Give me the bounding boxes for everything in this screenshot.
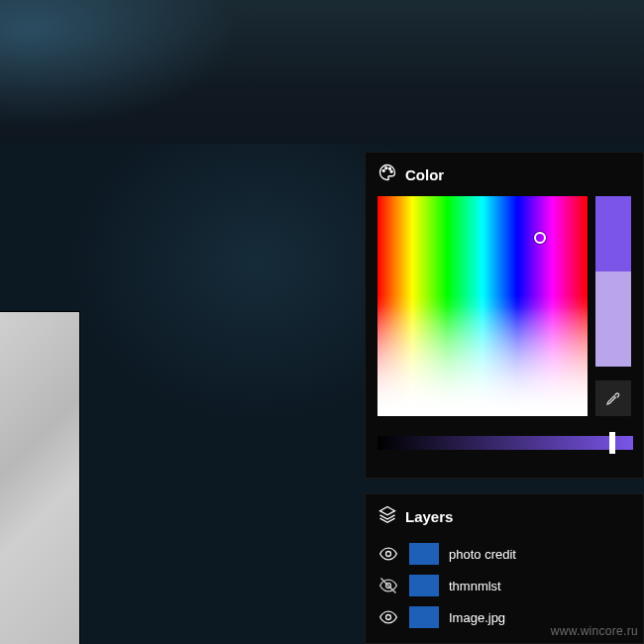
eyedropper-button[interactable]: [595, 380, 631, 416]
eye-icon: [378, 544, 398, 564]
color-panel-title: Color: [405, 166, 444, 183]
palette-icon: [377, 162, 397, 186]
layer-name: Image.jpg: [449, 610, 505, 625]
primary-swatch[interactable]: [595, 196, 631, 271]
svg-point-7: [386, 615, 391, 620]
layer-thumbnail: [409, 543, 439, 565]
color-field[interactable]: [377, 196, 588, 416]
eyedropper-icon: [604, 389, 622, 407]
brightness-slider[interactable]: [377, 436, 633, 450]
color-field-cursor[interactable]: [534, 232, 546, 244]
layer-name: thmnmlst: [449, 579, 501, 593]
layers-icon: [377, 504, 397, 528]
svg-point-3: [390, 170, 392, 172]
svg-point-0: [382, 169, 384, 171]
background-top: [0, 0, 644, 144]
layer-row[interactable]: photo credit: [377, 538, 631, 570]
eye-off-icon: [378, 576, 398, 595]
visibility-toggle[interactable]: [377, 607, 399, 627]
secondary-swatch[interactable]: [595, 271, 631, 367]
visibility-toggle[interactable]: [377, 544, 399, 564]
layer-row[interactable]: thmnmlst: [377, 570, 631, 601]
svg-point-4: [386, 552, 391, 557]
canvas-preview[interactable]: [0, 312, 79, 644]
layers-panel: Layers photo credit thmnmlst Image.jpg: [365, 493, 644, 644]
svg-point-2: [389, 167, 391, 169]
brightness-slider-thumb[interactable]: [609, 432, 615, 454]
svg-point-1: [385, 167, 387, 169]
layer-thumbnail: [409, 606, 439, 628]
color-panel: Color: [365, 152, 644, 479]
watermark: www.wincore.ru: [551, 624, 638, 638]
layer-name: photo credit: [449, 547, 516, 562]
eye-icon: [378, 607, 398, 627]
visibility-toggle[interactable]: [377, 576, 399, 595]
layer-thumbnail: [409, 575, 439, 596]
layers-panel-title: Layers: [405, 508, 453, 525]
